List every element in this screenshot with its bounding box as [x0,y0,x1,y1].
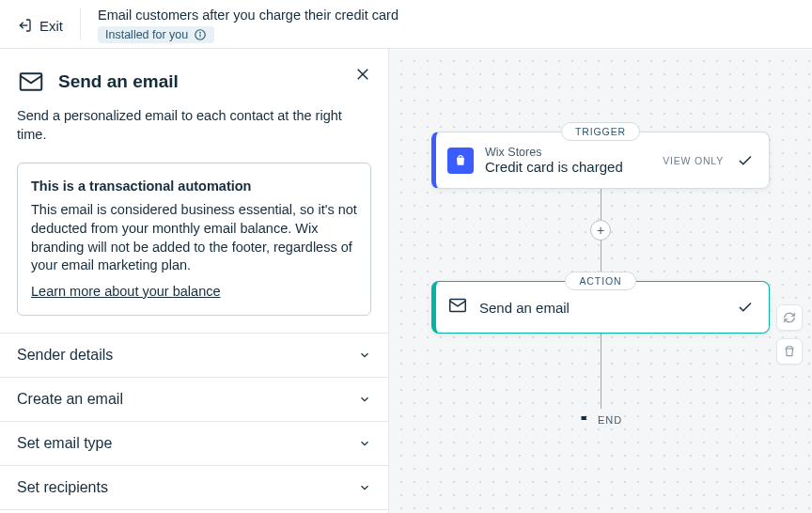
trigger-pill: TRIGGER [561,122,640,141]
refresh-tool[interactable] [776,304,803,331]
accordion-set-recipients[interactable]: Set recipients [0,466,388,510]
info-card: This is a transactional automation This … [17,163,371,316]
trigger-title: Credit card is charged [485,159,651,175]
chevron-down-icon [358,481,371,494]
svg-point-2 [200,32,201,33]
chevron-down-icon [358,393,371,406]
accordion-sender-details[interactable]: Sender details [0,334,388,378]
end-label: END [598,414,622,426]
installed-badge: Installed for you [98,26,214,43]
flow-canvas[interactable]: TRIGGER Wix Stores Credit card is charge… [389,49,812,513]
connector [601,240,601,272]
mail-icon [447,295,468,319]
connector [601,334,601,409]
trigger-overline: Wix Stores [485,146,651,159]
chevron-down-icon [358,349,371,362]
refresh-icon [783,311,796,324]
config-sidebar: Send an email Send a personalized email … [0,49,389,513]
flow-end: END [579,414,622,426]
flag-icon [579,414,590,426]
check-icon [737,152,754,169]
add-step-button[interactable]: + [590,220,611,241]
accordion-label: Set email type [17,435,112,452]
mail-icon [17,68,45,96]
accordion-label: Sender details [17,347,113,364]
view-only-label: VIEW ONLY [663,155,724,166]
action-pill: ACTION [565,272,635,290]
exit-icon [17,18,32,33]
store-icon [447,148,474,174]
svg-rect-5 [21,73,42,90]
exit-button[interactable]: Exit [17,8,81,39]
accordion-label: Set recipients [17,479,108,496]
check-icon [737,299,754,316]
info-card-title: This is a transactional automation [31,179,357,194]
info-card-body: This email is considered business essent… [31,201,357,275]
learn-more-link[interactable]: Learn more about your balance [31,284,221,299]
accordion-create-email[interactable]: Create an email [0,378,388,422]
delete-tool[interactable] [776,338,803,365]
chevron-down-icon [358,437,371,450]
accordion-label: Create an email [17,391,123,408]
close-button[interactable] [354,66,371,86]
installed-badge-text: Installed for you [105,28,188,41]
accordion-set-email-type[interactable]: Set email type [0,422,388,466]
trash-icon [783,345,796,358]
sidebar-description: Send a personalized email to each contac… [17,107,371,144]
info-icon[interactable] [194,28,207,41]
exit-label: Exit [39,18,63,34]
svg-rect-6 [450,300,466,312]
sidebar-heading: Send an email [58,71,179,92]
page-title: Email customers after you charge their c… [98,8,398,23]
close-icon [354,66,371,83]
action-title: Send an email [479,300,726,316]
connector [601,189,601,221]
